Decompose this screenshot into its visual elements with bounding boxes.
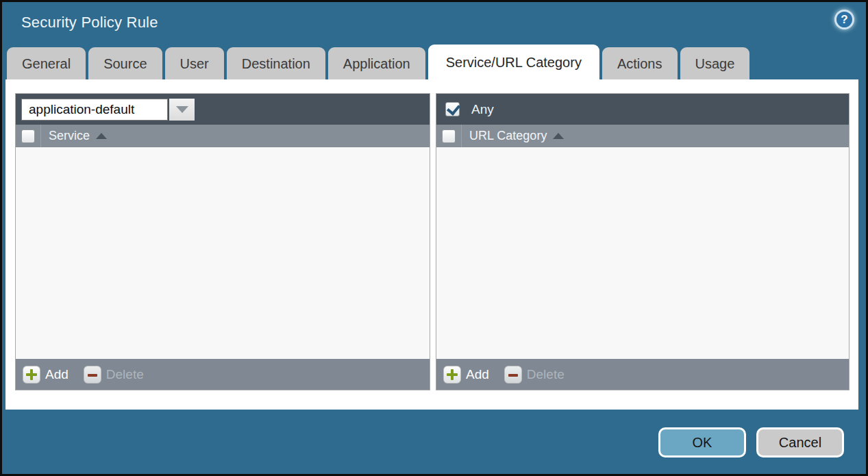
add-plus-icon (443, 366, 461, 384)
cancel-button[interactable]: Cancel (756, 427, 844, 458)
service-table-body[interactable] (16, 147, 430, 359)
tab-destination[interactable]: Destination (227, 47, 325, 80)
tab-source[interactable]: Source (88, 47, 162, 80)
service-type-dropdown-button[interactable] (169, 99, 195, 121)
tab-application[interactable]: Application (328, 47, 425, 80)
url-category-select-all-cell (436, 125, 462, 147)
url-category-toolbar: Any (436, 94, 849, 125)
delete-minus-icon (84, 366, 101, 384)
service-type-dropdown-value[interactable]: application-default (21, 99, 168, 121)
tab-content-area: application-default Service (5, 79, 858, 410)
tab-bar: General Source User Destination Applicat… (7, 45, 866, 80)
service-table-header: Service (16, 125, 430, 147)
url-category-add-button[interactable]: Add (443, 366, 489, 384)
service-type-dropdown[interactable]: application-default (21, 99, 195, 121)
help-icon[interactable]: ? (834, 10, 854, 29)
tab-general[interactable]: General (7, 47, 86, 80)
url-category-panel: Any URL Category Add (436, 93, 850, 390)
service-table-footer: Add Delete (16, 359, 430, 390)
service-select-all-checkbox[interactable] (21, 129, 35, 143)
url-category-column-header[interactable]: URL Category (469, 129, 564, 143)
dialog-title: Security Policy Rule (21, 14, 158, 32)
any-checkbox-row: Any (445, 102, 494, 117)
dialog-titlebar: Security Policy Rule (2, 2, 866, 43)
url-category-table-footer: Add Delete (436, 359, 849, 390)
add-plus-icon (23, 366, 40, 384)
any-checkbox[interactable] (445, 102, 460, 116)
service-toolbar: application-default (16, 94, 430, 125)
ok-button[interactable]: OK (658, 427, 746, 458)
url-category-delete-button[interactable]: Delete (504, 366, 565, 384)
url-category-table-body[interactable] (436, 147, 849, 359)
sort-ascending-icon (553, 133, 564, 139)
tab-usage[interactable]: Usage (680, 47, 750, 80)
delete-minus-icon (504, 366, 522, 384)
url-category-select-all-checkbox[interactable] (442, 129, 456, 143)
tab-user[interactable]: User (165, 47, 224, 80)
service-column-header[interactable]: Service (49, 129, 107, 143)
tab-service-url-category[interactable]: Service/URL Category (428, 45, 599, 80)
service-delete-button[interactable]: Delete (84, 366, 144, 384)
sort-ascending-icon (96, 133, 107, 139)
help-icon-glyph: ? (841, 13, 847, 27)
any-checkbox-label: Any (471, 102, 494, 117)
tab-actions[interactable]: Actions (602, 47, 678, 80)
url-category-table-header: URL Category (436, 125, 849, 147)
security-policy-rule-dialog: Security Policy Rule ? General Source Us… (0, 0, 868, 476)
chevron-down-icon (176, 106, 188, 113)
service-add-button[interactable]: Add (23, 366, 69, 384)
service-panel: application-default Service (15, 93, 430, 390)
service-select-all-cell (16, 125, 41, 147)
